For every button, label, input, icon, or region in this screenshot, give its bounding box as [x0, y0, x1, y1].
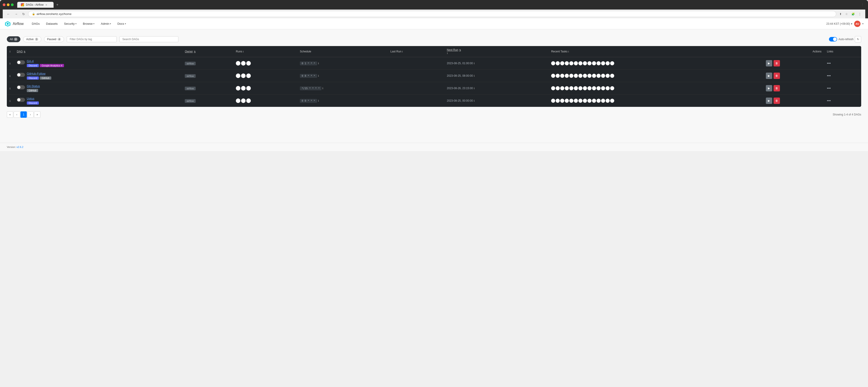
row-dag-2: Git-Status GitHub: [14, 82, 182, 95]
active-tab[interactable]: DAGs - Airflow ✕: [17, 2, 54, 8]
dag-name-2[interactable]: Git-Status: [27, 85, 40, 88]
close-button[interactable]: [3, 3, 5, 6]
page-next-button[interactable]: ›: [27, 111, 34, 118]
schedule-info-1[interactable]: ℹ: [318, 74, 319, 77]
auto-refresh-toggle[interactable]: [829, 37, 837, 41]
owner-badge-2[interactable]: airflow: [185, 87, 196, 90]
nav-dags[interactable]: DAGs: [29, 20, 42, 27]
dag-name-3[interactable]: Uplus: [27, 97, 40, 100]
tag-discord-3[interactable]: Discord: [27, 101, 39, 104]
owner-badge-0[interactable]: airflow: [185, 62, 196, 65]
tab-close-button[interactable]: ✕: [45, 4, 47, 6]
tag-google-0[interactable]: Google Analytics 4: [40, 64, 64, 67]
nav-admin[interactable]: Admin ▾: [98, 20, 114, 27]
nextrun-sort[interactable]: Next Run ⇅: [447, 48, 546, 52]
more-button-3[interactable]: •••: [827, 99, 831, 103]
more-button-2[interactable]: •••: [827, 86, 831, 90]
schedule-info-2[interactable]: ℹ: [322, 87, 323, 90]
task-circle: [610, 61, 614, 65]
browser-menu-button[interactable]: ⋮: [860, 2, 865, 7]
nav-security[interactable]: Security ▾: [61, 20, 79, 27]
page-current-button[interactable]: 1: [21, 111, 27, 118]
tag-discord-1[interactable]: Discord: [27, 76, 39, 79]
filter-paused-button[interactable]: Paused 4: [44, 36, 64, 42]
task-circle: [569, 86, 574, 90]
nextrun-row-info-3[interactable]: ℹ: [474, 99, 475, 102]
owner-sort[interactable]: Owner ⇅: [185, 50, 230, 53]
settings-button[interactable]: ⋮: [857, 11, 863, 17]
tag-discord-0[interactable]: Discord: [27, 64, 39, 67]
reload-button[interactable]: ↻: [21, 11, 26, 17]
forward-button[interactable]: →: [13, 11, 19, 17]
dag-name-0[interactable]: GA-4: [27, 59, 65, 63]
version-link[interactable]: v2.6.2: [17, 146, 23, 148]
owner-badge-1[interactable]: airflow: [185, 74, 196, 78]
row-recenttasks-2: [549, 82, 763, 95]
more-button-0[interactable]: •••: [827, 61, 831, 65]
dag-name-1[interactable]: GitHub-Follow: [27, 72, 52, 75]
nav-docs[interactable]: Docs ▾: [115, 20, 129, 27]
refresh-button[interactable]: ↻: [855, 36, 861, 42]
play-button-1[interactable]: ▶: [766, 73, 772, 79]
minimize-button[interactable]: [7, 3, 9, 6]
row-links-3: •••: [824, 95, 861, 107]
nextrun-row-info-1[interactable]: ℹ: [474, 74, 475, 77]
user-menu-arrow[interactable]: ▾: [862, 23, 864, 25]
row-info-icon-2[interactable]: ℹ: [9, 87, 10, 90]
nav-datasets[interactable]: Datasets: [43, 20, 60, 27]
recenttasks-info-icon[interactable]: ℹ: [568, 51, 569, 53]
dag-toggle-0[interactable]: [17, 60, 25, 64]
dag-toggle-1[interactable]: [17, 73, 25, 77]
row-nextrun-2: 2023-08-26, 23:15:00 ℹ: [444, 82, 549, 95]
owner-badge-3[interactable]: airflow: [185, 99, 196, 103]
address-bar[interactable]: 🔒 airflow.zerohertz.xyz/home: [28, 11, 836, 17]
delete-button-2[interactable]: 🗑: [774, 85, 780, 91]
extensions-button[interactable]: 🧩: [850, 11, 856, 17]
nextrun-info-icon[interactable]: ℹ: [447, 52, 448, 55]
task-circle: [565, 61, 569, 65]
share-button[interactable]: ⬆: [838, 11, 843, 17]
delete-button-1[interactable]: 🗑: [774, 73, 780, 79]
play-button-0[interactable]: ▶: [766, 60, 772, 66]
dag-toggle-3[interactable]: [17, 98, 25, 102]
maximize-button[interactable]: [11, 3, 13, 6]
new-tab-button[interactable]: +: [55, 2, 60, 8]
schedule-info-0[interactable]: ℹ: [318, 62, 319, 65]
tag-github-2[interactable]: GitHub: [27, 89, 38, 92]
delete-button-0[interactable]: 🗑: [774, 60, 780, 66]
page-last-button[interactable]: »: [34, 111, 40, 118]
runs-info-icon[interactable]: ℹ: [243, 51, 244, 53]
schedule-info-3[interactable]: ℹ: [318, 99, 319, 102]
bookmark-button[interactable]: ☆: [844, 11, 849, 17]
row-info-icon-1[interactable]: ℹ: [9, 75, 10, 77]
more-button-1[interactable]: •••: [827, 74, 831, 78]
nav-browse[interactable]: Browse ▾: [80, 20, 97, 27]
page-first-button[interactable]: «: [7, 111, 13, 118]
task-circle: [610, 74, 614, 78]
dag-sort[interactable]: DAG ⇅: [17, 50, 179, 53]
back-button[interactable]: ←: [5, 11, 11, 17]
task-circle: [565, 99, 569, 103]
play-button-2[interactable]: ▶: [766, 85, 772, 91]
filter-tags-input[interactable]: [67, 36, 117, 42]
user-avatar[interactable]: AU: [854, 21, 861, 27]
filter-all-button[interactable]: All 4: [7, 36, 21, 42]
nextrun-row-info-2[interactable]: ℹ: [474, 87, 475, 90]
page-prev-button[interactable]: ‹: [13, 111, 20, 118]
row-info-icon-0[interactable]: ℹ: [9, 62, 10, 65]
task-circle: [583, 86, 587, 90]
run-circle: [236, 98, 240, 103]
time-dropdown-arrow[interactable]: ▾: [851, 22, 852, 25]
table-info-icon[interactable]: ℹ: [9, 50, 10, 53]
delete-button-3[interactable]: 🗑: [774, 98, 780, 104]
filter-active-button[interactable]: Active 0: [23, 36, 41, 42]
col-runs: Runs ℹ: [233, 46, 297, 57]
nextrun-row-info-0[interactable]: ℹ: [474, 62, 475, 65]
task-circle: [606, 74, 610, 78]
play-button-3[interactable]: ▶: [766, 98, 772, 104]
search-dags-input[interactable]: [119, 36, 178, 42]
tag-github-1[interactable]: GitHub: [40, 76, 51, 79]
row-info-icon-3[interactable]: ℹ: [9, 100, 10, 102]
dag-toggle-2[interactable]: [17, 85, 25, 89]
lastrun-info-icon[interactable]: ℹ: [402, 51, 403, 53]
